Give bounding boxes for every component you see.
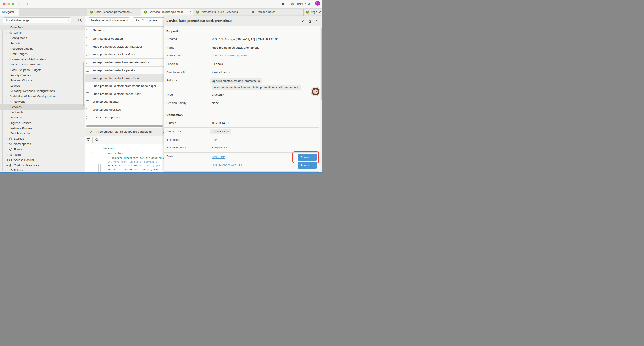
sidebar-item-pod-disruption-budgets[interactable]: Pod Disruption Budgets [0, 67, 84, 73]
back-icon[interactable] [18, 2, 22, 5]
sidebar-group-access-control[interactable]: Access Control [0, 157, 84, 163]
close-tab-icon[interactable]: × [190, 10, 191, 13]
sidebar-item-events[interactable]: Events [0, 147, 84, 152]
avatar[interactable] [311, 87, 320, 96]
sidebar-item-network-policies[interactable]: Network Policies [0, 126, 84, 131]
port-link-9090[interactable]: 9090/TCP [212, 155, 225, 159]
notifications-bell-icon[interactable] [281, 2, 285, 6]
kubeconfig-select[interactable]: Local Kubeconfigs [3, 17, 71, 23]
row-checkbox[interactable] [86, 100, 89, 103]
editor-search-icon[interactable] [95, 138, 98, 141]
row-checkbox[interactable] [86, 61, 89, 64]
sidebar-group-storage[interactable]: Storage [0, 136, 84, 141]
forward-icon[interactable] [24, 2, 28, 5]
tab-pods[interactable]: Pods - icecheng@mathmas... [87, 8, 142, 15]
field-label-session-affinity: Session Affinity [166, 101, 186, 105]
sidebar-group-custom-resources[interactable]: Custom Resources [0, 163, 84, 168]
row-checkbox[interactable] [86, 69, 89, 72]
tab-navigator[interactable]: Navigator [0, 8, 19, 15]
sidebar-item-runtime-classes[interactable]: Runtime Classes [0, 78, 84, 83]
sidebar-item-validating-webhook-configurations[interactable]: Validating Webhook Configurations [0, 94, 84, 99]
sidebar-item-mutating-webhook-configurations[interactable]: Mutating Webhook Configurations [0, 88, 84, 94]
field-value-ip-families: IPv4 [212, 138, 218, 141]
delete-trash-icon[interactable] [308, 19, 312, 23]
tab-release-notes[interactable]: Release Notes [249, 8, 304, 15]
field-label-ip-family-policy: IP family policy [166, 146, 186, 149]
match-case-toggle[interactable]: Aa [136, 19, 139, 22]
namespace-select-value: freeleaps-monitoring-system [91, 19, 127, 22]
row-checkbox[interactable] [86, 37, 89, 40]
clock-icon [9, 148, 12, 151]
close-drawer-icon[interactable]: × [316, 19, 318, 22]
network-updown-icon [9, 100, 12, 103]
kubernetes-icon [306, 10, 310, 14]
tab-services[interactable]: Services - icecheng@math... × [142, 8, 193, 15]
row-separator [164, 99, 319, 99]
sidebar-item-services[interactable]: Services [0, 104, 84, 110]
field-label-annotations[interactable]: Annotations ⇅ [166, 70, 185, 74]
tab-prometheus-rules[interactable]: Prometheus Rules - icecheng... [193, 8, 249, 15]
upgrade-icon[interactable] [291, 2, 294, 6]
sidebar-group-network[interactable]: Network [0, 99, 84, 104]
namespace-select[interactable]: freeleaps-monitoring-system [88, 17, 130, 23]
document-icon [252, 10, 255, 13]
table-search-input[interactable]: Aa .* prome [133, 17, 168, 23]
row-checkbox[interactable] [86, 92, 89, 95]
sidebar-item-limit-ranges[interactable]: Limit Ranges [0, 51, 84, 57]
sidebar-item-port-forwarding[interactable]: Port Forwarding [0, 131, 84, 136]
wrap-guide [98, 164, 99, 172]
table-horizontal-scrollbar[interactable] [86, 125, 163, 127]
field-label-labels[interactable]: Labels ⇅ [166, 62, 178, 65]
sidebar-item-priority-classes[interactable]: Priority Classes [0, 73, 84, 78]
field-value-type: ClusterIP [212, 93, 224, 96]
row-checkbox[interactable] [86, 116, 89, 119]
close-window-button[interactable] [3, 3, 6, 5]
sidebar-item-ingress-classes[interactable]: Ingress Classes [0, 120, 84, 126]
select-all-checkbox[interactable] [86, 29, 89, 32]
sidebar-item-cron-jobs[interactable]: Cron Jobs [0, 25, 84, 30]
sort-ascending-icon[interactable] [103, 30, 105, 32]
sidebar-item-ingresses[interactable]: Ingresses [0, 115, 84, 120]
sidebar-item-vertical-pod-autoscalers[interactable]: Vertical Pod Autoscalers [0, 62, 84, 67]
sidebar-item-resource-quotas[interactable]: Resource Quotas [0, 46, 84, 51]
row-separator [164, 77, 319, 77]
row-checkbox[interactable] [86, 77, 89, 79]
row-separator [164, 60, 319, 60]
sidebar-scrollbar[interactable] [83, 61, 84, 107]
section-heading-connection: Connection [166, 113, 182, 116]
drawer-scrollbar-track[interactable] [320, 26, 322, 172]
sidebar-group-helm[interactable]: Helm [0, 152, 84, 157]
notification-count-badge[interactable]: 15 [315, 1, 320, 6]
helm-wheel-icon [9, 153, 12, 156]
sidebar-item-leases[interactable]: Leases [0, 83, 84, 88]
sidebar-search-icon[interactable] [78, 19, 82, 22]
editor-tab-prometheusrule[interactable]: PrometheusRule: freeleaps-prod-rabbitmq [87, 128, 161, 136]
sidebar-group-config[interactable]: Config [0, 30, 84, 35]
field-label-selector: Selector [166, 79, 177, 82]
drawer-scrollbar-thumb[interactable] [321, 28, 322, 100]
edit-icon[interactable] [302, 19, 305, 23]
row-checkbox[interactable] [86, 84, 89, 87]
shield-icon [9, 159, 12, 161]
sidebar-item-config-maps[interactable]: Config Maps [0, 35, 84, 41]
column-header-name[interactable]: Name [93, 29, 101, 32]
sidebar-item-namespaces[interactable]: Namespaces [0, 141, 84, 147]
kubernetes-icon [144, 10, 147, 14]
sidebar-item-endpoints[interactable]: Endpoints [0, 110, 84, 115]
cluster-ips-chip: 10.233.14.91 [210, 129, 231, 134]
zoom-window-button[interactable] [12, 3, 14, 5]
save-icon[interactable] [87, 138, 90, 141]
upgrade-label[interactable]: UPGRADE [296, 2, 311, 6]
sidebar-item-horizontal-pod-autoscalers[interactable]: Horizontal Pod Autoscalers [0, 57, 84, 62]
namespace-link[interactable]: freeleaps-monitoring-system [212, 54, 249, 57]
minimize-window-button[interactable] [8, 3, 10, 5]
row-checkbox[interactable] [86, 53, 89, 56]
field-value-labels: 9 Labels [212, 62, 223, 65]
regex-toggle[interactable]: .* [142, 19, 144, 22]
kubeconfig-select-value: Local Kubeconfigs [6, 19, 29, 22]
port-link-8080[interactable]: 8080:reloader-web/TCP [212, 163, 243, 167]
sidebar-item-secrets[interactable]: Secrets [0, 41, 84, 46]
row-checkbox[interactable] [86, 45, 89, 48]
tab-argo[interactable]: Argo Se [304, 8, 322, 15]
row-checkbox[interactable] [86, 108, 89, 111]
